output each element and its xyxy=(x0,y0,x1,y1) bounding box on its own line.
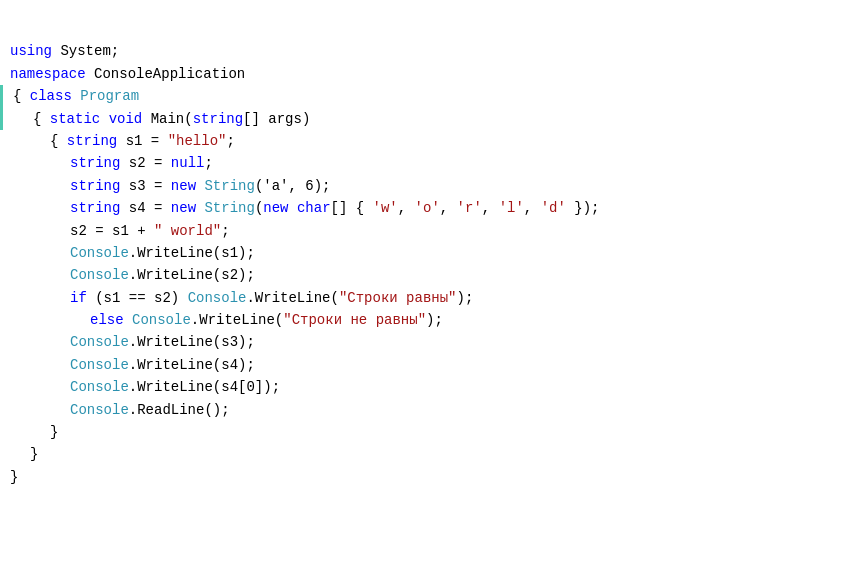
code-token: ('a', 6); xyxy=(255,175,331,197)
code-token: 'w' xyxy=(373,197,398,219)
code-token: .WriteLine(s4[0]); xyxy=(129,376,280,398)
code-line: { static void Main(string[] args) xyxy=(0,108,862,130)
code-token: char xyxy=(297,197,331,219)
code-line: Console.WriteLine(s4[0]); xyxy=(0,376,862,398)
code-token: .WriteLine(s3); xyxy=(129,331,255,353)
code-token: ( xyxy=(255,197,263,219)
code-token xyxy=(196,175,204,197)
code-token: " world" xyxy=(154,220,221,242)
code-token xyxy=(100,108,108,130)
code-token: 'l' xyxy=(499,197,524,219)
code-token: .ReadLine(); xyxy=(129,399,230,421)
code-token: .WriteLine( xyxy=(191,309,283,331)
code-line: string s3 = new String('a', 6); xyxy=(0,175,862,197)
code-token: ; xyxy=(204,152,212,174)
code-token: static xyxy=(50,108,100,130)
code-token: else xyxy=(90,309,124,331)
code-token: s4 = xyxy=(120,197,170,219)
code-token: namespace xyxy=(10,63,86,85)
code-token: s1 = xyxy=(117,130,167,152)
code-token: string xyxy=(70,197,120,219)
code-token: Console xyxy=(188,287,247,309)
code-token: string xyxy=(193,108,243,130)
code-token: s3 = xyxy=(120,175,170,197)
code-token: if xyxy=(70,287,87,309)
code-line: } xyxy=(0,443,862,465)
code-token: Main( xyxy=(142,108,192,130)
code-token: System; xyxy=(52,40,119,62)
code-token: ); xyxy=(457,287,474,309)
code-line: Console.WriteLine(s3); xyxy=(0,331,862,353)
code-token: new xyxy=(171,175,196,197)
code-token: new xyxy=(263,197,288,219)
code-token: }); xyxy=(566,197,600,219)
code-token: "hello" xyxy=(168,130,227,152)
code-token: , xyxy=(524,197,541,219)
code-token: .WriteLine( xyxy=(246,287,338,309)
code-token: } xyxy=(30,443,38,465)
code-token: [] { xyxy=(331,197,373,219)
code-token: { xyxy=(33,108,50,130)
code-line: s2 = s1 + " world"; xyxy=(0,220,862,242)
code-token: } xyxy=(50,421,58,443)
code-line: } xyxy=(0,466,862,488)
code-token: ConsoleApplication xyxy=(86,63,246,85)
code-token: .WriteLine(s4); xyxy=(129,354,255,376)
code-token: .WriteLine(s1); xyxy=(129,242,255,264)
code-token: ; xyxy=(221,220,229,242)
code-line: if (s1 == s2) Console.WriteLine("Строки … xyxy=(0,287,862,309)
code-line: { class Program xyxy=(0,85,862,107)
code-token: String xyxy=(204,175,254,197)
code-token: [] args) xyxy=(243,108,310,130)
code-token: "Строки равны" xyxy=(339,287,457,309)
code-token: void xyxy=(109,108,143,130)
code-token xyxy=(289,197,297,219)
code-token: 'r' xyxy=(457,197,482,219)
code-token: , xyxy=(482,197,499,219)
code-token: s2 = s1 + xyxy=(70,220,154,242)
code-token: , xyxy=(440,197,457,219)
code-token: string xyxy=(70,152,120,174)
code-token: } xyxy=(10,466,18,488)
code-line: string s4 = new String(new char[] { 'w',… xyxy=(0,197,862,219)
code-line: string s2 = null; xyxy=(0,152,862,174)
code-token: Console xyxy=(70,331,129,353)
code-line: Console.ReadLine(); xyxy=(0,399,862,421)
code-line: Console.WriteLine(s2); xyxy=(0,264,862,286)
code-token: using xyxy=(10,40,52,62)
code-token: Console xyxy=(70,376,129,398)
code-line: using System; xyxy=(0,40,862,62)
code-token: s2 = xyxy=(120,152,170,174)
code-line: { string s1 = "hello"; xyxy=(0,130,862,152)
code-token: Console xyxy=(70,354,129,376)
code-line: namespace ConsoleApplication xyxy=(0,63,862,85)
code-token: null xyxy=(171,152,205,174)
code-line: } xyxy=(0,421,862,443)
code-token: String xyxy=(204,197,254,219)
code-token: Program xyxy=(80,85,139,107)
code-token: , xyxy=(398,197,415,219)
code-line: Console.WriteLine(s1); xyxy=(0,242,862,264)
code-token: (s1 == s2) xyxy=(87,287,188,309)
code-token: class xyxy=(30,85,72,107)
code-token: string xyxy=(70,175,120,197)
code-token xyxy=(196,197,204,219)
code-token: 'o' xyxy=(415,197,440,219)
code-token: { xyxy=(13,85,30,107)
code-token xyxy=(124,309,132,331)
code-line: Console.WriteLine(s4); xyxy=(0,354,862,376)
code-token: Console xyxy=(132,309,191,331)
code-token: { xyxy=(50,130,67,152)
code-line: else Console.WriteLine("Строки не равны"… xyxy=(0,309,862,331)
code-token: 'd' xyxy=(541,197,566,219)
code-token: Console xyxy=(70,399,129,421)
code-token: .WriteLine(s2); xyxy=(129,264,255,286)
code-token: Console xyxy=(70,264,129,286)
code-token: string xyxy=(67,130,117,152)
code-token: new xyxy=(171,197,196,219)
code-token: ); xyxy=(426,309,443,331)
code-token: "Строки не равны" xyxy=(283,309,426,331)
code-token: Console xyxy=(70,242,129,264)
code-token xyxy=(72,85,80,107)
code-token: ; xyxy=(226,130,234,152)
